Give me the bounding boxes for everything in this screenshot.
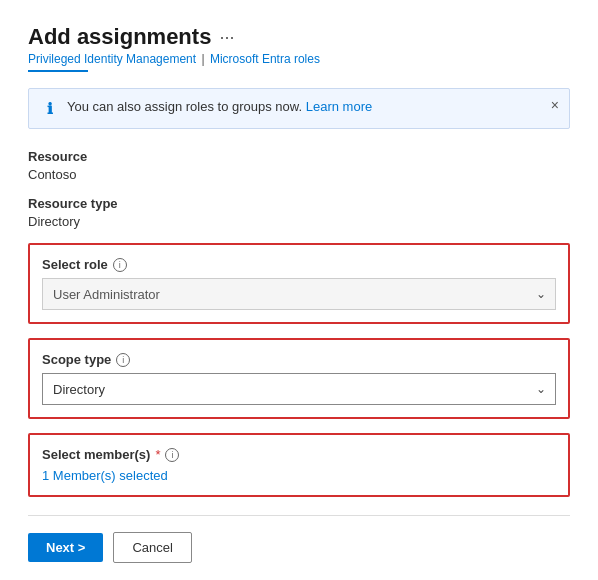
footer-divider [28, 515, 570, 516]
scope-type-label: Scope type [42, 352, 111, 367]
scope-type-label-row: Scope type i [42, 352, 556, 367]
breadcrumb-part2[interactable]: Microsoft Entra roles [210, 52, 320, 66]
select-members-label: Select member(s) [42, 447, 150, 462]
select-role-dropdown[interactable]: User Administrator [42, 278, 556, 310]
select-role-label-row: Select role i [42, 257, 556, 272]
info-banner: ℹ You can also assign roles to groups no… [28, 88, 570, 129]
breadcrumb: Privileged Identity Management | Microso… [28, 52, 570, 66]
resource-type-label: Resource type [28, 196, 570, 211]
breadcrumb-part1[interactable]: Privileged Identity Management [28, 52, 196, 66]
resource-label: Resource [28, 149, 570, 164]
resource-value: Contoso [28, 167, 570, 182]
select-members-info-icon[interactable]: i [165, 448, 179, 462]
select-role-label: Select role [42, 257, 108, 272]
page-title: Add assignments [28, 24, 211, 50]
select-role-info-icon[interactable]: i [113, 258, 127, 272]
scope-type-dropdown[interactable]: Directory Administrative Unit Resource [42, 373, 556, 405]
learn-more-link[interactable]: Learn more [306, 99, 372, 114]
breadcrumb-separator: | [201, 52, 204, 66]
cancel-button[interactable]: Cancel [113, 532, 191, 563]
select-role-section: Select role i User Administrator ⌄ [28, 243, 570, 324]
title-row: Add assignments ··· [28, 24, 570, 50]
page-container: Add assignments ··· Privileged Identity … [0, 0, 598, 580]
footer-buttons: Next > Cancel [28, 532, 570, 563]
select-members-required: * [155, 447, 160, 462]
tab-indicator [28, 70, 88, 72]
resource-type-value: Directory [28, 214, 570, 229]
scope-type-section: Scope type i Directory Administrative Un… [28, 338, 570, 419]
resource-type-section: Resource type Directory [28, 196, 570, 229]
select-role-wrapper: User Administrator ⌄ [42, 278, 556, 310]
members-selected-text[interactable]: 1 Member(s) selected [42, 468, 556, 483]
scope-type-wrapper: Directory Administrative Unit Resource ⌄ [42, 373, 556, 405]
resource-section: Resource Contoso [28, 149, 570, 182]
title-menu-icon[interactable]: ··· [219, 27, 234, 48]
next-button[interactable]: Next > [28, 533, 103, 562]
info-banner-icon: ℹ [41, 100, 59, 118]
select-members-section: Select member(s) * i 1 Member(s) selecte… [28, 433, 570, 497]
scope-type-info-icon[interactable]: i [116, 353, 130, 367]
select-members-label-row: Select member(s) * i [42, 447, 556, 462]
banner-close-button[interactable]: × [551, 97, 559, 113]
info-banner-text: You can also assign roles to groups now.… [67, 99, 557, 114]
